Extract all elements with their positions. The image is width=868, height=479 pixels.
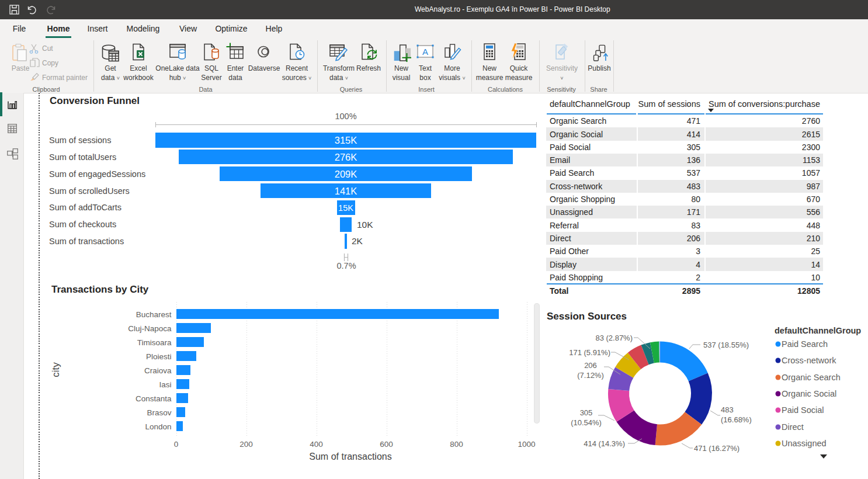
- svg-text:A: A: [422, 47, 428, 57]
